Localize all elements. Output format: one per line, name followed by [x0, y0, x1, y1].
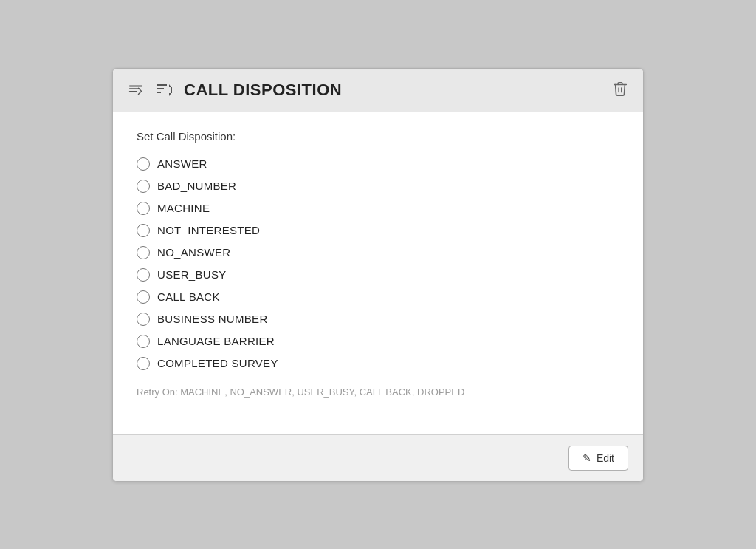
radio-opt_completed_survey[interactable]: [137, 357, 150, 370]
edit-button[interactable]: ✎ Edit: [568, 446, 628, 471]
list-item[interactable]: COMPLETED SURVEY: [137, 354, 619, 373]
radio-opt_machine[interactable]: [137, 202, 150, 215]
page-title: CALL DISPOSITION: [184, 81, 342, 100]
disposition-options-list: ANSWERBAD_NUMBERMACHINENOT_INTERESTEDNO_…: [137, 154, 619, 373]
card-body: Set Call Disposition: ANSWERBAD_NUMBERMA…: [113, 112, 643, 434]
retry-on-text: Retry On: MACHINE, NO_ANSWER, USER_BUSY,…: [137, 386, 619, 398]
radio-opt_user_busy[interactable]: [137, 268, 150, 282]
radio-option-label: CALL BACK: [157, 290, 220, 303]
sort-icon-unicode: [154, 81, 172, 99]
radio-option-label: NO_ANSWER: [157, 246, 230, 259]
list-item[interactable]: BUSINESS NUMBER: [137, 310, 619, 329]
radio-option-label: ANSWER: [157, 157, 207, 170]
radio-opt_bad_number[interactable]: [137, 180, 150, 193]
list-item[interactable]: LANGUAGE BARRIER: [137, 332, 619, 351]
radio-option-label: LANGUAGE BARRIER: [157, 335, 275, 347]
card-footer: ✎ Edit: [113, 434, 643, 481]
list-item[interactable]: ANSWER: [137, 154, 619, 174]
call-disposition-card: CALL DISPOSITION Set Call Disposition: A…: [112, 68, 644, 482]
radio-opt_no_answer[interactable]: [137, 246, 150, 259]
list-item[interactable]: USER_BUSY: [137, 265, 619, 284]
radio-opt_language_barrier[interactable]: [137, 335, 150, 348]
list-item[interactable]: MACHINE: [137, 199, 619, 218]
radio-opt_answer[interactable]: [137, 157, 150, 171]
radio-option-label: NOT_INTERESTED: [157, 224, 260, 236]
delete-icon-button[interactable]: [612, 81, 628, 100]
list-item[interactable]: BAD_NUMBER: [137, 177, 619, 196]
radio-option-label: BUSINESS NUMBER: [157, 313, 268, 325]
header-left: CALL DISPOSITION: [128, 81, 342, 100]
radio-option-label: USER_BUSY: [157, 268, 227, 281]
sort-icon: [128, 82, 144, 98]
radio-option-label: COMPLETED SURVEY: [157, 357, 278, 369]
radio-opt_not_interested[interactable]: [137, 224, 150, 237]
list-item[interactable]: CALL BACK: [137, 287, 619, 307]
edit-icon: ✎: [583, 452, 591, 464]
card-header: CALL DISPOSITION: [113, 69, 643, 112]
list-item[interactable]: NO_ANSWER: [137, 243, 619, 262]
edit-button-label: Edit: [597, 452, 614, 464]
list-item[interactable]: NOT_INTERESTED: [137, 221, 619, 240]
set-call-disposition-label: Set Call Disposition:: [137, 130, 619, 143]
radio-option-label: BAD_NUMBER: [157, 180, 236, 192]
radio-opt_business_number[interactable]: [137, 313, 150, 326]
radio-opt_call_back[interactable]: [137, 290, 150, 304]
radio-option-label: MACHINE: [157, 202, 210, 214]
